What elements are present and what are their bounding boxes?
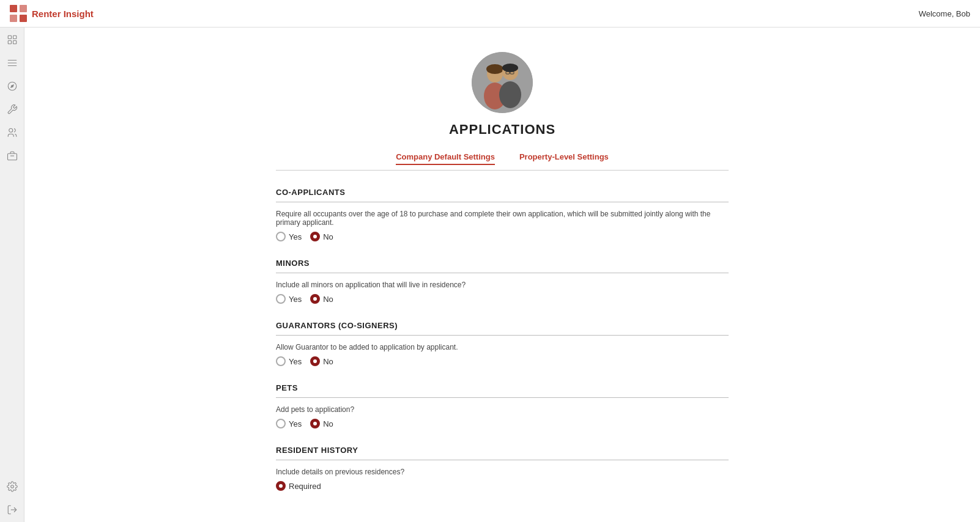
logo-text: Renter Insight bbox=[32, 9, 94, 19]
minors-yes-label: Yes bbox=[289, 295, 302, 304]
co-applicants-yes-radio[interactable] bbox=[276, 232, 286, 241]
svg-point-13 bbox=[9, 128, 12, 132]
svg-rect-3 bbox=[20, 15, 27, 22]
svg-rect-2 bbox=[10, 15, 17, 22]
guarantors-no-label: No bbox=[323, 357, 333, 366]
guarantors-desc: Allow Guarantor to be added to applicati… bbox=[276, 343, 729, 351]
sidebar-item-briefcase[interactable] bbox=[6, 150, 18, 162]
co-applicants-radio-group: Yes No bbox=[276, 232, 729, 241]
welcome-text: Welcome, Bob bbox=[919, 9, 970, 18]
guarantors-radio-group: Yes No bbox=[276, 356, 729, 366]
svg-point-22 bbox=[486, 64, 503, 74]
co-applicants-no-radio[interactable] bbox=[310, 232, 320, 241]
co-applicants-no-label: No bbox=[323, 232, 333, 241]
sidebar bbox=[0, 28, 24, 522]
co-applicants-yes-label: Yes bbox=[289, 232, 302, 241]
avatar bbox=[472, 52, 533, 113]
resident-history-desc: Include details on previous residences? bbox=[276, 468, 729, 476]
minors-radio-group: Yes No bbox=[276, 294, 729, 304]
page-inner: APPLICATIONS Company Default Settings Pr… bbox=[264, 28, 741, 515]
svg-rect-4 bbox=[8, 35, 11, 39]
pets-yes-radio[interactable] bbox=[276, 419, 286, 428]
logo-icon bbox=[10, 5, 27, 22]
svg-point-25 bbox=[502, 64, 518, 72]
svg-point-17 bbox=[10, 485, 13, 488]
svg-rect-7 bbox=[13, 41, 16, 44]
resident-history-required-label: Required bbox=[289, 482, 321, 491]
tabs-container: Company Default Settings Property-Level … bbox=[276, 152, 729, 171]
resident-history-title: RESIDENT HISTORY bbox=[276, 446, 729, 460]
co-applicants-yes[interactable]: Yes bbox=[276, 232, 302, 241]
minors-desc: Include all minors on application that w… bbox=[276, 281, 729, 289]
sidebar-item-tools[interactable] bbox=[6, 103, 18, 116]
sidebar-item-logout[interactable] bbox=[6, 504, 18, 516]
pets-no[interactable]: No bbox=[310, 419, 333, 428]
section-co-applicants: CO-APPLICANTS Require all occupants over… bbox=[276, 188, 729, 241]
svg-marker-12 bbox=[10, 84, 14, 88]
guarantors-no-radio[interactable] bbox=[310, 356, 320, 366]
guarantors-yes-radio[interactable] bbox=[276, 356, 286, 366]
avatar-section: APPLICATIONS bbox=[276, 28, 729, 144]
minors-yes-radio[interactable] bbox=[276, 294, 286, 304]
tab-property-level[interactable]: Property-Level Settings bbox=[519, 152, 609, 165]
svg-rect-6 bbox=[8, 41, 11, 44]
sidebar-item-settings[interactable] bbox=[6, 480, 18, 493]
svg-rect-1 bbox=[20, 5, 27, 12]
sidebar-item-explore[interactable] bbox=[6, 80, 18, 92]
resident-history-radio-group: Required bbox=[276, 481, 729, 491]
resident-history-required-radio[interactable] bbox=[276, 481, 286, 491]
pets-no-radio[interactable] bbox=[310, 419, 320, 428]
section-minors: MINORS Include all minors on application… bbox=[276, 259, 729, 304]
tab-company-default[interactable]: Company Default Settings bbox=[396, 152, 495, 165]
layout: APPLICATIONS Company Default Settings Pr… bbox=[0, 28, 980, 522]
section-resident-history: RESIDENT HISTORY Include details on prev… bbox=[276, 446, 729, 491]
pets-no-label: No bbox=[323, 419, 333, 428]
minors-no-label: No bbox=[323, 295, 333, 304]
sidebar-item-list[interactable] bbox=[6, 57, 18, 69]
minors-no[interactable]: No bbox=[310, 294, 333, 304]
svg-rect-0 bbox=[10, 5, 17, 12]
guarantors-yes-label: Yes bbox=[289, 357, 302, 366]
pets-yes[interactable]: Yes bbox=[276, 419, 302, 428]
section-pets: PETS Add pets to application? Yes No bbox=[276, 383, 729, 428]
header: Renter Insight Welcome, Bob bbox=[0, 0, 980, 28]
co-applicants-title: CO-APPLICANTS bbox=[276, 188, 729, 202]
svg-rect-14 bbox=[7, 153, 17, 160]
pets-desc: Add pets to application? bbox=[276, 405, 729, 414]
minors-no-radio[interactable] bbox=[310, 294, 320, 304]
section-guarantors: GUARANTORS (CO-SIGNERS) Allow Guarantor … bbox=[276, 321, 729, 366]
guarantors-title: GUARANTORS (CO-SIGNERS) bbox=[276, 321, 729, 336]
logo-area: Renter Insight bbox=[10, 5, 94, 22]
minors-title: MINORS bbox=[276, 259, 729, 273]
page-title: APPLICATIONS bbox=[449, 122, 555, 138]
pets-radio-group: Yes No bbox=[276, 419, 729, 428]
svg-rect-5 bbox=[13, 35, 16, 39]
sidebar-item-dashboard[interactable] bbox=[6, 34, 18, 46]
pets-yes-label: Yes bbox=[289, 419, 302, 428]
co-applicants-no[interactable]: No bbox=[310, 232, 333, 241]
minors-yes[interactable]: Yes bbox=[276, 294, 302, 304]
pets-title: PETS bbox=[276, 383, 729, 398]
svg-point-26 bbox=[499, 81, 521, 108]
guarantors-no[interactable]: No bbox=[310, 356, 333, 366]
sidebar-item-users[interactable] bbox=[6, 127, 18, 139]
resident-history-required[interactable]: Required bbox=[276, 481, 321, 491]
main-content: APPLICATIONS Company Default Settings Pr… bbox=[24, 28, 980, 522]
guarantors-yes[interactable]: Yes bbox=[276, 356, 302, 366]
co-applicants-desc: Require all occupants over the age of 18… bbox=[276, 210, 729, 227]
